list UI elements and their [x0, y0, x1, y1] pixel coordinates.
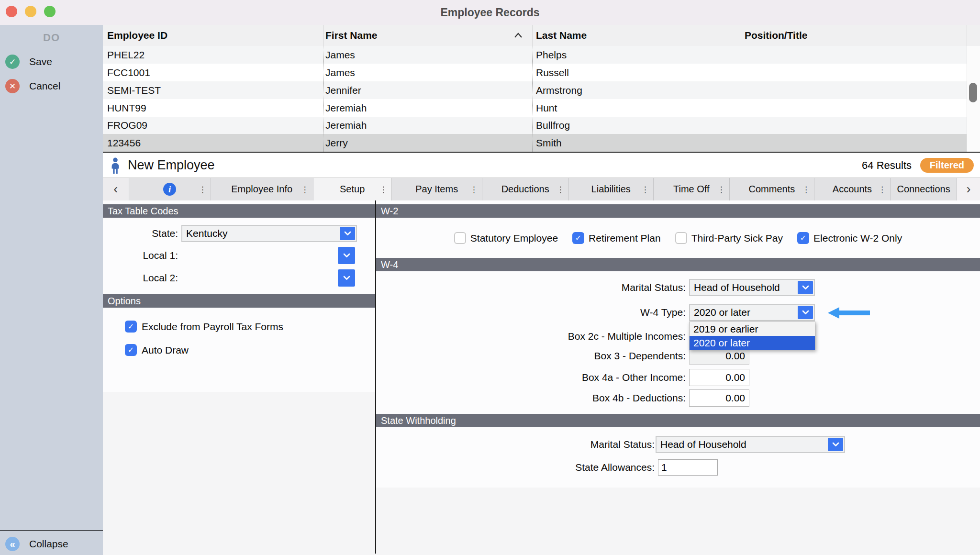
- collapse-button[interactable]: Collapse: [29, 537, 68, 551]
- chevron-down-icon[interactable]: [340, 227, 355, 240]
- table-header: Employee ID First Name Last Name Positio…: [103, 25, 980, 46]
- w4-marital-status-combobox[interactable]: Head of Household: [689, 279, 815, 296]
- check-glyph: ✓: [800, 233, 806, 243]
- tab-overflow-icon[interactable]: ⋮: [717, 184, 725, 194]
- checkbox-third-party-sick-pay[interactable]: [675, 232, 687, 244]
- employee-person-icon: [109, 157, 122, 176]
- sort-ascending-icon: [513, 32, 523, 40]
- tab-accounts[interactable]: Accounts ⋮: [814, 178, 891, 200]
- state-combobox[interactable]: Kentucky: [181, 225, 357, 242]
- cell-first-name: Jeremiah: [325, 117, 367, 134]
- cell-last-name: Bullfrog: [536, 117, 570, 134]
- tab-connections[interactable]: Connections: [891, 178, 957, 200]
- local1-dropdown-button[interactable]: [338, 247, 355, 264]
- box2c-multiple-incomes-label: Box 2c - Multiple Incomes:: [376, 328, 686, 345]
- tab-info[interactable]: i ⋮: [129, 178, 211, 200]
- table-row[interactable]: PHEL22 James Phelps: [103, 46, 980, 64]
- sw-marital-status-value: Head of Household: [660, 437, 746, 452]
- results-count: 64 Results: [862, 153, 912, 178]
- tab-overflow-icon[interactable]: ⋮: [802, 184, 810, 194]
- checkbox-retirement-plan[interactable]: ✓: [572, 232, 584, 244]
- retirement-plan-item: ✓ Retirement Plan: [572, 232, 661, 244]
- tab-comments[interactable]: Comments ⋮: [730, 178, 814, 200]
- table-row[interactable]: HUNT99 Jeremiah Hunt: [103, 99, 980, 117]
- column-divider-dotted: [323, 46, 324, 152]
- tab-label: Setup: [340, 184, 365, 195]
- section-header-w4: W-4: [376, 258, 980, 271]
- tab-liabilities[interactable]: Liabilities ⋮: [569, 178, 654, 200]
- table-row[interactable]: FROG09 Jeremiah Bullfrog: [103, 117, 980, 134]
- save-button[interactable]: Save: [29, 55, 52, 69]
- checkbox-statutory-employee[interactable]: [454, 232, 466, 244]
- chevron-down-icon[interactable]: [828, 438, 843, 451]
- checkbox-label: Third-Party Sick Pay: [691, 232, 783, 244]
- tab-employee-info[interactable]: Employee Info ⋮: [211, 178, 313, 200]
- checkbox-exclude-payroll-tax-forms[interactable]: ✓: [125, 321, 137, 333]
- box4a-other-income-label: Box 4a - Other Income:: [376, 369, 686, 386]
- section-header-options: Options: [103, 294, 376, 308]
- w4-type-label: W-4 Type:: [376, 304, 686, 321]
- dropdown-option-2019-or-earlier[interactable]: 2019 or earlier: [690, 322, 815, 336]
- left-panel: Tax Table Codes State: Kentucky Local 1:…: [103, 200, 376, 555]
- chevron-down-icon[interactable]: [798, 306, 813, 319]
- cell-last-name: Hunt: [536, 99, 557, 117]
- column-header-last-name[interactable]: Last Name: [536, 25, 587, 46]
- tab-label: Employee Info: [231, 184, 292, 195]
- cell-first-name: Jeremiah: [325, 99, 367, 117]
- tab-overflow-icon[interactable]: ⋮: [301, 184, 309, 194]
- checkbox-electronic-w2-only[interactable]: ✓: [797, 232, 809, 244]
- checkbox-label: Retirement Plan: [589, 232, 661, 244]
- table-row[interactable]: SEMI-TEST Jennifer Armstrong: [103, 81, 980, 99]
- column-header-employee-id[interactable]: Employee ID: [107, 25, 167, 46]
- table-row-selected[interactable]: 123456 Jerry Smith: [103, 134, 980, 152]
- dropdown-option-2020-or-later[interactable]: 2020 or later: [690, 336, 815, 350]
- tab-setup[interactable]: Setup ⋮: [313, 178, 392, 200]
- cell-last-name: Phelps: [536, 46, 567, 64]
- column-header-first-name[interactable]: First Name: [325, 25, 378, 46]
- tabs-scroll-left-button[interactable]: ‹: [103, 178, 129, 200]
- collapse-glyph: «: [10, 539, 15, 550]
- checkbox-label: Statutory Employee: [470, 232, 558, 244]
- tab-deductions[interactable]: Deductions ⋮: [482, 178, 569, 200]
- state-allowances-input[interactable]: [658, 459, 718, 476]
- tab-label: Comments: [749, 184, 795, 195]
- table-row[interactable]: FCC1001 James Russell: [103, 64, 980, 81]
- tab-time-off[interactable]: Time Off ⋮: [654, 178, 730, 200]
- electronic-w2-only-item: ✓ Electronic W-2 Only: [797, 232, 902, 244]
- info-glyph: i: [168, 184, 171, 195]
- cancel-button[interactable]: Cancel: [29, 79, 60, 93]
- chevron-down-icon[interactable]: [798, 281, 813, 294]
- record-title: New Employee: [128, 153, 215, 178]
- annotation-arrow-icon: [828, 307, 870, 319]
- setup-form: Tax Table Codes State: Kentucky Local 1:…: [103, 200, 980, 555]
- info-icon: i: [163, 183, 176, 196]
- tab-overflow-icon[interactable]: ⋮: [641, 184, 649, 194]
- record-bar: New Employee 64 Results Filtered: [103, 153, 980, 178]
- tab-overflow-icon[interactable]: ⋮: [379, 184, 388, 194]
- third-party-sick-pay-item: Third-Party Sick Pay: [675, 232, 783, 244]
- local2-label: Local 2:: [103, 269, 178, 287]
- tabs-scroll-right-button[interactable]: ›: [957, 178, 980, 200]
- cell-employee-id: PHEL22: [107, 46, 145, 64]
- cell-employee-id: FCC1001: [107, 64, 150, 81]
- box4b-deductions-field[interactable]: [689, 389, 749, 407]
- tab-overflow-icon[interactable]: ⋮: [878, 184, 886, 194]
- forward-chevron-icon: ›: [967, 182, 971, 197]
- box4a-other-income-field[interactable]: [689, 369, 749, 386]
- local2-dropdown-button[interactable]: [338, 269, 355, 287]
- tab-pay-items[interactable]: Pay Items ⋮: [392, 178, 482, 200]
- sidebar-divider: [0, 530, 103, 531]
- tab-overflow-icon[interactable]: ⋮: [199, 184, 207, 194]
- cell-last-name: Armstrong: [536, 81, 582, 99]
- column-header-position[interactable]: Position/Title: [745, 25, 807, 46]
- tab-overflow-icon[interactable]: ⋮: [557, 184, 565, 194]
- filtered-badge[interactable]: Filtered: [920, 158, 974, 173]
- table-scrollbar-thumb[interactable]: [969, 83, 977, 102]
- section-header-w2: W-2: [376, 204, 980, 218]
- exclude-payroll-tax-forms-row: ✓ Exclude from Payroll Tax Forms: [125, 321, 283, 333]
- w4-type-combobox[interactable]: 2020 or later: [689, 304, 815, 321]
- tab-overflow-icon[interactable]: ⋮: [470, 184, 478, 194]
- w4-marital-status-value: Head of Household: [694, 280, 780, 295]
- sw-marital-status-combobox[interactable]: Head of Household: [656, 436, 845, 453]
- checkbox-auto-draw[interactable]: ✓: [125, 344, 137, 356]
